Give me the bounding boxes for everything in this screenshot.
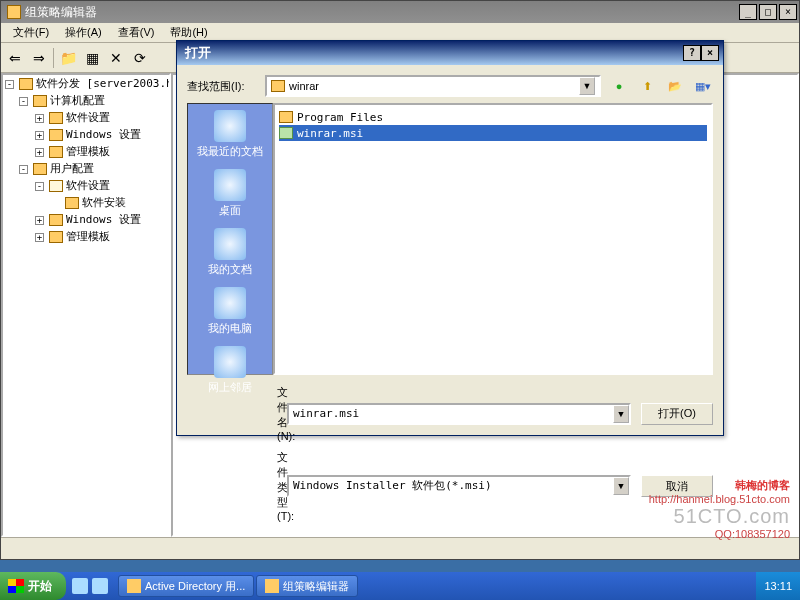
place-icon [214,110,246,142]
tree-item[interactable]: +管理模板 [3,228,169,245]
chevron-down-icon[interactable]: ▼ [613,477,629,495]
place-item[interactable]: 桌面 [214,169,246,218]
help-button[interactable]: ? [683,45,701,61]
lookin-value: winrar [289,80,579,92]
props-icon[interactable]: ▦ [82,48,102,68]
install-icon [65,197,79,209]
menu-action[interactable]: 操作(A) [57,23,110,42]
menu-view[interactable]: 查看(V) [110,23,163,42]
place-icon [214,228,246,260]
tree-item[interactable]: -用户配置 [3,160,169,177]
desktop-icon[interactable] [92,578,108,594]
place-item[interactable]: 我的文档 [208,228,252,277]
taskbar-task[interactable]: Active Directory 用... [118,575,254,597]
menu-file[interactable]: 文件(F) [5,23,57,42]
folder-icon [49,129,63,141]
user-icon [33,163,47,175]
minimize-button[interactable]: _ [739,4,757,20]
place-icon [214,169,246,201]
quick-launch [66,578,114,594]
folder-icon [49,231,63,243]
file-item[interactable]: Program Files [279,109,707,125]
task-icon [265,579,279,593]
folder-icon [49,214,63,226]
close-button[interactable]: × [779,4,797,20]
dialog-close-button[interactable]: × [701,45,719,61]
filetype-dropdown[interactable]: Windows Installer 软件包(*.msi) ▼ [287,475,631,497]
open-dialog: 打开 ? × 查找范围(I): winrar ▼ ● ⬆ 📂 ▦▾ 我最近的文档… [176,40,724,436]
tree-item[interactable]: -计算机配置 [3,92,169,109]
msi-icon [279,127,293,139]
file-list[interactable]: Program Fileswinrar.msi [273,103,713,375]
lookin-dropdown[interactable]: winrar ▼ [265,75,601,97]
tree-item[interactable]: 软件安装 [3,194,169,211]
filename-input[interactable]: winrar.msi ▼ [287,403,631,425]
filename-label: 文件名(N): [187,385,277,442]
place-item[interactable]: 我最近的文档 [197,110,263,159]
back-icon[interactable]: ⇐ [5,48,25,68]
dialog-title: 打开 [181,44,683,62]
computer-icon [33,95,47,107]
folder-icon [271,80,285,92]
chevron-down-icon[interactable]: ▼ [579,77,595,95]
windows-flag-icon [8,579,24,593]
tree-item[interactable]: +Windows 设置 [3,211,169,228]
lookin-label: 查找范围(I): [187,79,257,94]
back-nav-icon[interactable]: ● [609,76,629,96]
main-title: 组策略编辑器 [25,4,739,21]
app-icon [7,5,21,19]
task-icon [127,579,141,593]
places-bar: 我最近的文档桌面我的文档我的电脑网上邻居 [187,103,273,375]
tree-pane[interactable]: -软件分发 [server2003.hm-计算机配置+软件设置+Windows … [1,73,171,537]
maximize-button[interactable]: □ [759,4,777,20]
forward-icon[interactable]: ⇒ [29,48,49,68]
clock: 13:11 [764,580,792,592]
tree-item[interactable]: -软件分发 [server2003.hm [3,75,169,92]
statusbar [1,537,799,557]
filetype-label: 文件类型(T): [187,450,277,522]
refresh-icon[interactable]: ⟳ [130,48,150,68]
tree-item[interactable]: +软件设置 [3,109,169,126]
taskbar: 开始 Active Directory 用...组策略编辑器 13:11 [0,572,800,600]
watermark: 韩梅的博客 http://hanmei.blog.51cto.com 51CTO… [649,478,790,540]
views-icon[interactable]: ▦▾ [693,76,713,96]
open-button[interactable]: 打开(O) [641,403,713,425]
main-titlebar[interactable]: 组策略编辑器 _ □ × [1,1,799,23]
new-folder-icon[interactable]: 📂 [665,76,685,96]
file-item[interactable]: winrar.msi [279,125,707,141]
tree-item[interactable]: +Windows 设置 [3,126,169,143]
tree-item[interactable]: +管理模板 [3,143,169,160]
folder-icon [49,112,63,124]
place-icon [214,287,246,319]
ie-icon[interactable] [72,578,88,594]
up-one-level-icon[interactable]: ⬆ [637,76,657,96]
dialog-titlebar[interactable]: 打开 ? × [177,41,723,65]
folder-icon [49,146,63,158]
up-icon[interactable]: 📁 [58,48,78,68]
chevron-down-icon[interactable]: ▼ [613,405,629,423]
place-icon [214,346,246,378]
start-button[interactable]: 开始 [0,572,66,600]
root-icon [19,78,33,90]
tree-item[interactable]: -软件设置 [3,177,169,194]
delete-icon[interactable]: ✕ [106,48,126,68]
folder-open-icon [49,180,63,192]
system-tray[interactable]: 13:11 [756,572,800,600]
folder-icon [279,111,293,123]
taskbar-task[interactable]: 组策略编辑器 [256,575,358,597]
place-item[interactable]: 我的电脑 [208,287,252,336]
